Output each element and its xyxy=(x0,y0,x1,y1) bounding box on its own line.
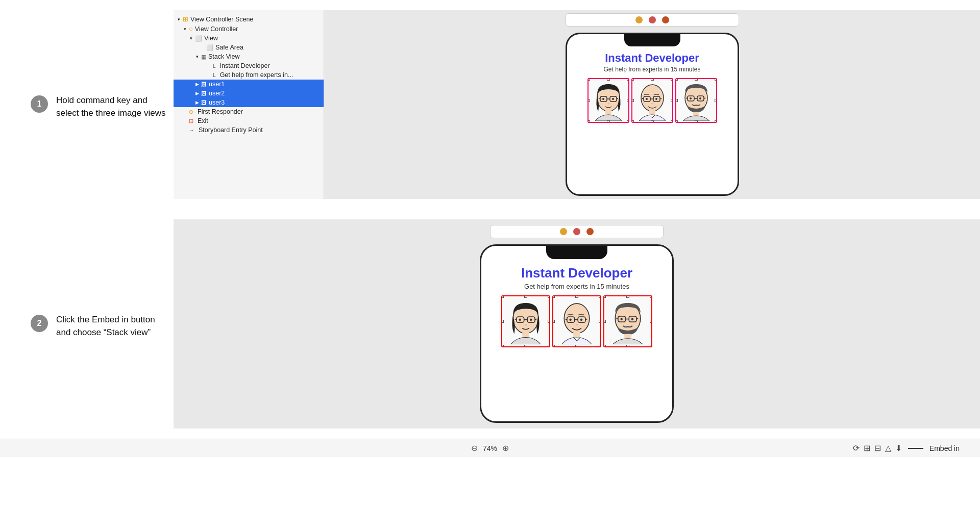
svg-line-43 xyxy=(566,319,567,320)
tree-label-3: Safe Area xyxy=(215,44,243,51)
step2-circle: 2 xyxy=(31,315,48,332)
handle-tr-3 xyxy=(715,78,717,81)
tree-item-12[interactable]: → Storyboard Entry Point xyxy=(174,125,324,135)
handle-ml-l2 xyxy=(552,320,555,323)
zoom-out-button[interactable]: ⊖ xyxy=(471,443,478,453)
tree-label-6: Get help from experts in... xyxy=(220,71,293,79)
avatar-box-2 xyxy=(631,78,673,123)
handle-mr-2 xyxy=(671,99,673,102)
tree-item-10[interactable]: ⊙ First Responder xyxy=(174,107,324,116)
handle-mr-l1 xyxy=(548,320,550,323)
avatar-box-large-1 xyxy=(501,295,550,347)
handle-bl-3 xyxy=(675,120,678,123)
canvas-panel-top: Instant Developer Get help from experts … xyxy=(324,10,980,199)
tree-item-0[interactable]: ▾ ⊞ View Controller Scene xyxy=(174,14,324,24)
handle-bl-1 xyxy=(587,120,590,123)
tree-item-7[interactable]: ▶ 🖼 user1 xyxy=(174,80,324,89)
svg-point-36 xyxy=(530,318,532,321)
svg-point-56 xyxy=(631,318,634,320)
embed-icon-5: ⬇ xyxy=(895,443,902,453)
svg-point-26 xyxy=(690,97,692,99)
svg-point-18 xyxy=(651,103,653,105)
phone-images-top xyxy=(575,78,729,123)
svg-line-14 xyxy=(642,98,644,99)
handle-tl-l1 xyxy=(501,295,504,298)
step1-text: Hold command key and select the three im… xyxy=(56,94,168,119)
svg-point-27 xyxy=(699,97,701,99)
handle-mr-3 xyxy=(715,99,717,102)
handle-br-l3 xyxy=(650,345,652,347)
handle-ml-1 xyxy=(587,99,590,102)
avatar-box-large-3 xyxy=(603,295,652,347)
toolbar-dot-3 xyxy=(662,16,669,23)
tree-item-3[interactable]: ⬜ Safe Area xyxy=(174,43,324,52)
tree-label-0: View Controller Scene xyxy=(190,16,253,23)
handle-bm-1 xyxy=(607,120,610,123)
svg-point-47 xyxy=(576,324,578,325)
phone-subtitle-top: Get help from experts in 15 minutes xyxy=(603,66,700,73)
svg-point-37 xyxy=(525,324,527,325)
handle-tm-l1 xyxy=(524,295,527,298)
handle-tm-3 xyxy=(695,78,698,81)
tree-item-11[interactable]: ⊡ Exit xyxy=(174,116,324,125)
handle-tr-l2 xyxy=(599,295,601,298)
tree-item-9[interactable]: ▶ 🖼 user3 xyxy=(174,98,324,107)
handle-tm-2 xyxy=(651,78,654,81)
avatar-svg-l3 xyxy=(606,298,649,344)
handle-bm-l3 xyxy=(626,345,629,347)
handle-br-l2 xyxy=(599,345,601,347)
handle-bm-l2 xyxy=(575,345,578,347)
tree-item-2[interactable]: ▾ ⬜ View xyxy=(174,34,324,43)
toolbar-dot-2 xyxy=(649,16,656,23)
avatar-svg-l2 xyxy=(555,298,598,344)
section-top: 1 Hold command key and select the three … xyxy=(0,0,980,209)
tree-item-4[interactable]: ▾ ▦ Stack View xyxy=(174,52,324,61)
handle-br-1 xyxy=(627,120,629,123)
handle-ml-3 xyxy=(675,99,678,102)
handle-tl-3 xyxy=(675,78,678,81)
tree-item-8[interactable]: ▶ 🖼 user2 xyxy=(174,89,324,98)
svg-line-5 xyxy=(617,98,618,99)
tree-label-12: Storyboard Entry Point xyxy=(199,127,263,134)
tree-item-5[interactable]: L Instant Developer xyxy=(174,61,324,70)
phone-content-top: Instant Developer Get help from experts … xyxy=(567,46,738,128)
svg-line-54 xyxy=(636,318,638,319)
svg-line-44 xyxy=(585,319,587,320)
handle-bm-l1 xyxy=(524,345,527,347)
step2-label: 2 Click the Embed in button and choose “… xyxy=(0,309,174,339)
handle-ml-l1 xyxy=(501,320,504,323)
handle-tr-l1 xyxy=(548,295,550,298)
svg-line-33 xyxy=(515,319,517,320)
handle-bl-2 xyxy=(631,120,634,123)
toolbar-dot-b2 xyxy=(573,228,580,235)
handle-tr-2 xyxy=(671,78,673,81)
svg-rect-28 xyxy=(693,112,699,116)
handle-mr-l2 xyxy=(599,320,601,323)
step2-text: Click the Embed in button and choose “St… xyxy=(56,314,168,339)
tree-item-1[interactable]: ▾ ○ View Controller xyxy=(174,24,324,34)
toolbar-bottom xyxy=(490,225,664,238)
embed-label[interactable]: Embed in xyxy=(929,444,960,452)
handle-bl-l1 xyxy=(501,345,504,347)
handle-tl-1 xyxy=(587,78,590,81)
handle-tr-l3 xyxy=(650,295,652,298)
zoom-level: 74% xyxy=(483,444,497,452)
handle-tm-1 xyxy=(607,78,610,81)
zoom-in-button[interactable]: ⊕ xyxy=(502,443,509,453)
handle-bl-l3 xyxy=(603,345,606,347)
tree-label-10: First Responder xyxy=(198,108,243,115)
tree-label-1: View Controller xyxy=(195,26,238,33)
handle-bl-l2 xyxy=(552,345,555,347)
svg-point-55 xyxy=(620,318,623,320)
tree-label-11: Exit xyxy=(198,117,208,124)
zoom-controls: ⊖ 74% ⊕ xyxy=(471,443,509,453)
tree-item-6[interactable]: L Get help from experts in... xyxy=(174,70,324,80)
handle-mr-1 xyxy=(627,99,629,102)
tree-label-7: user1 xyxy=(209,81,225,88)
svg-point-8 xyxy=(607,103,609,105)
embed-icon-2: ⊞ xyxy=(864,443,870,453)
handle-ml-l3 xyxy=(603,320,606,323)
avatar-box-1 xyxy=(587,78,629,123)
svg-line-4 xyxy=(599,98,600,99)
handle-tr-1 xyxy=(627,78,629,81)
